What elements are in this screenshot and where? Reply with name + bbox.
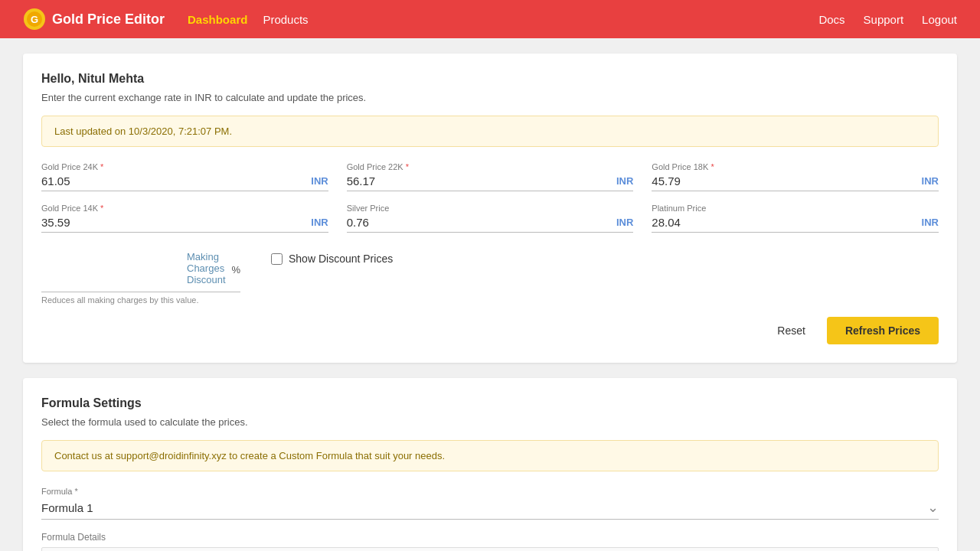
formula-details-label: Formula Details [41,532,939,543]
formula-settings-card: Formula Settings Select the formula used… [23,378,957,551]
formula-select-label: Formula * [41,487,939,496]
header: G Gold Price Editor Dashboard Products D… [0,0,980,38]
refresh-prices-button[interactable]: Refresh Prices [827,317,939,344]
gold24k-label: Gold Price 24K * [41,162,328,171]
nav-docs[interactable]: Docs [818,13,844,26]
gold18k-label: Gold Price 18K * [652,162,939,171]
gold14k-input-row: INR [41,216,328,233]
percent-sign: % [229,264,240,276]
formula-details-section: Formula Details Metal Price x Metal Weig… [41,532,939,551]
formula-subtitle: Select the formula used to calculate the… [41,416,939,428]
gold18k-input[interactable] [652,174,921,187]
gold18k-currency: INR [922,175,939,187]
formula-alert-text: Contact us at support@droidinfinity.xyz … [54,450,445,461]
formula-title: Formula Settings [41,396,939,410]
platinum-input-row: INR [652,216,939,233]
gold22k-input[interactable] [347,174,616,187]
action-buttons: Reset Refresh Prices [41,317,939,344]
formula-select-wrapper: Formula 1 Formula 2 Formula 3 ⌄ [41,499,939,520]
silver-label: Silver Price [347,204,634,213]
platinum-label: Platinum Price [652,204,939,213]
nav-dashboard[interactable]: Dashboard [188,13,247,26]
making-charges-input[interactable] [41,263,187,276]
greeting: Hello, Nitul Mehta [41,72,939,86]
logo-icon: G [23,8,46,31]
nav-support[interactable]: Support [864,13,904,26]
gold14k-field: Gold Price 14K * INR [41,204,328,233]
show-discount-label[interactable]: Show Discount Prices [289,253,393,265]
discount-row: Making Charges Discount % Reduces all ma… [41,251,939,305]
nav-products[interactable]: Products [263,13,308,26]
gold18k-field: Gold Price 18K * INR [652,162,939,191]
making-charges-hint: Reduces all making charges by this value… [41,295,240,305]
gold22k-field: Gold Price 22K * INR [347,162,634,191]
gold22k-currency: INR [616,175,633,187]
gold14k-input[interactable] [41,216,311,229]
formula-alert: Contact us at support@droidinfinity.xyz … [41,440,939,471]
main-content: Hello, Nitul Mehta Enter the current exc… [0,38,980,551]
show-discount-container: Show Discount Prices [271,251,393,265]
gold24k-field: Gold Price 24K * INR [41,162,328,191]
reset-button[interactable]: Reset [768,318,815,343]
logo: G Gold Price Editor [23,8,165,31]
show-discount-checkbox[interactable] [271,253,283,265]
last-updated-text: Last updated on 10/3/2020, 7:21:07 PM. [54,126,232,137]
platinum-currency: INR [922,217,939,228]
svg-text:G: G [31,14,38,25]
formula-select[interactable]: Formula 1 Formula 2 Formula 3 [41,501,927,514]
silver-field: Silver Price INR [347,204,634,233]
silver-currency: INR [616,217,633,228]
silver-input-row: INR [347,216,634,233]
gold24k-input-row: INR [41,174,328,191]
gold24k-input[interactable] [41,174,311,187]
gold14k-label: Gold Price 14K * [41,204,328,213]
last-updated-alert: Last updated on 10/3/2020, 7:21:07 PM. [41,116,939,147]
making-charges-input-row: Making Charges Discount % [41,251,240,292]
nav-logout[interactable]: Logout [922,13,957,26]
formula-details-textarea[interactable]: Metal Price x Metal Weight + Diamond Pri… [41,547,939,551]
price-grid: Gold Price 24K * INR Gold Price 22K * IN… [41,162,939,233]
formula-select-row: Formula * Formula 1 Formula 2 Formula 3 … [41,487,939,520]
main-nav: Dashboard Products [188,13,818,26]
gold24k-currency: INR [311,175,328,187]
gold14k-currency: INR [311,217,328,228]
header-right-nav: Docs Support Logout [818,13,957,26]
making-charges-label: Making Charges Discount [187,251,229,285]
gold22k-label: Gold Price 22K * [347,162,634,171]
chevron-down-icon: ⌄ [927,499,939,516]
platinum-input[interactable] [652,216,921,229]
gold22k-input-row: INR [347,174,634,191]
app-title: Gold Price Editor [52,11,165,28]
subtitle: Enter the current exchange rate in INR t… [41,92,939,103]
gold18k-input-row: INR [652,174,939,191]
price-editor-card: Hello, Nitul Mehta Enter the current exc… [23,54,957,363]
making-charges-field: Making Charges Discount % Reduces all ma… [41,251,240,305]
silver-input[interactable] [347,216,616,229]
platinum-field: Platinum Price INR [652,204,939,233]
